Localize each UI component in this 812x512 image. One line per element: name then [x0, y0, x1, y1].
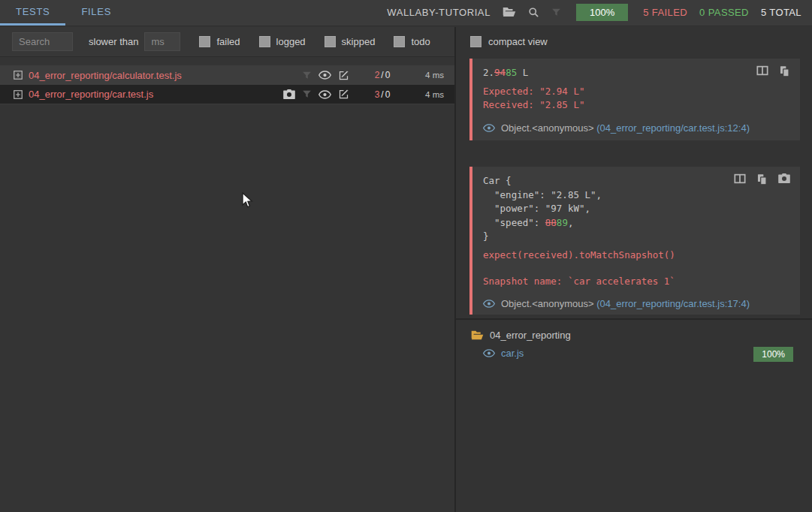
count-separator: /	[381, 70, 383, 80]
coverage-folder-row[interactable]: 04_error_reporting	[471, 330, 571, 341]
coverage-file-row[interactable]: car.js	[483, 348, 524, 359]
edit-icon[interactable]	[338, 89, 349, 100]
expand-icon[interactable]	[13, 89, 23, 100]
speed-suffix: ,	[568, 217, 574, 228]
count-separator: /	[381, 89, 383, 100]
card-actions	[734, 173, 790, 185]
copy-icon[interactable]	[779, 65, 790, 77]
passed-count: 0	[385, 89, 391, 100]
todo-checkbox-label: todo	[411, 36, 430, 47]
eye-icon[interactable]	[483, 124, 495, 132]
stack-prefix: Object.<anonymous>	[501, 298, 594, 309]
compact-view-control: compact view	[470, 36, 548, 47]
test-duration: 4 ms	[408, 71, 444, 80]
search-input[interactable]	[12, 32, 73, 51]
passed-stat: 0 PASSED	[699, 7, 749, 18]
coverage-badge: 100%	[576, 4, 628, 21]
tab-files[interactable]: FILES	[65, 0, 127, 26]
snapshot-code-line: "engine": "2.85 L",	[483, 188, 789, 203]
failed-stat: 5 FAILED	[643, 7, 687, 18]
filter-icon[interactable]	[302, 71, 312, 80]
split-view-icon[interactable]	[734, 173, 746, 185]
filter-logged: logged	[259, 36, 306, 47]
file-coverage-badge: 100%	[753, 347, 793, 362]
skipped-checkbox[interactable]	[324, 36, 336, 47]
eye-icon[interactable]	[318, 90, 331, 99]
ms-input[interactable]	[144, 32, 180, 51]
edit-icon[interactable]	[338, 70, 349, 81]
test-duration: 4 ms	[408, 90, 444, 99]
eye-icon[interactable]	[318, 71, 331, 80]
filter-icon[interactable]	[302, 89, 312, 99]
eye-icon[interactable]	[483, 349, 495, 357]
stack-frame: Object.<anonymous> (04_error_reporting/c…	[483, 298, 789, 309]
test-file-name[interactable]: 04_error_reporting/calculator.test.js	[29, 70, 276, 81]
filter-failed: failed	[199, 36, 240, 47]
test-row-car[interactable]: 04_error_reporting/car.test.js 3/0 4 ms	[0, 85, 454, 104]
project-name: WALLABY-TUTORIAL	[387, 7, 491, 18]
folder-name: 04_error_reporting	[490, 330, 571, 341]
mouse-cursor	[242, 192, 254, 212]
section-divider	[456, 318, 812, 320]
filter-icon[interactable]	[551, 8, 561, 17]
top-bar: TESTS FILES WALLABY-TUTORIAL 100% 5 FAIL…	[0, 0, 812, 26]
received-line: Received: "2.85 L"	[483, 98, 789, 113]
failed-checkbox-label: failed	[216, 36, 240, 47]
compact-view-checkbox[interactable]	[470, 36, 481, 47]
tab-tests[interactable]: TESTS	[0, 0, 65, 26]
topbar-status-cluster: WALLABY-TUTORIAL 100% 5 FAILED 0 PASSED …	[387, 0, 801, 24]
stack-prefix: Object.<anonymous>	[501, 122, 594, 134]
eye-icon[interactable]	[483, 300, 495, 308]
diff-prefix: 2.	[483, 67, 494, 78]
slower-than-label: slower than	[89, 36, 138, 47]
stack-frame-text: Object.<anonymous> (04_error_reporting/c…	[501, 298, 750, 309]
test-counts: 2/0	[360, 70, 405, 80]
split-view-icon[interactable]	[756, 65, 768, 77]
camera-icon[interactable]	[778, 173, 790, 185]
wallaby-app-window: TESTS FILES WALLABY-TUTORIAL 100% 5 FAIL…	[0, 0, 812, 512]
passed-count: 0	[385, 70, 391, 80]
filter-bar: slower than failed logged skipped todo	[0, 27, 454, 57]
search-icon[interactable]	[528, 7, 539, 18]
card-actions	[756, 65, 790, 77]
snapshot-diff-line: "speed": 8889,	[483, 216, 789, 230]
failed-count: 2	[375, 70, 380, 80]
filter-todo: todo	[394, 36, 430, 47]
copy-icon[interactable]	[756, 173, 768, 185]
expected-line: Expected: "2.94 L"	[483, 85, 789, 99]
diff-suffix: L	[517, 67, 528, 78]
snapshot-name-line: Snapshot name: `car accelerates 1`	[483, 275, 789, 289]
logged-checkbox[interactable]	[259, 36, 270, 47]
speed-removed: 88	[545, 217, 557, 228]
folder-icon[interactable]	[503, 7, 516, 17]
expand-icon[interactable]	[13, 70, 23, 80]
file-name-link[interactable]: car.js	[501, 348, 524, 359]
tab-tests-label: TESTS	[16, 6, 50, 17]
speed-prefix: "speed":	[483, 217, 545, 228]
details-panel: compact view 2.9485 L Expected: "2.94 L"…	[456, 27, 812, 512]
test-counts: 3/0	[360, 89, 405, 100]
stack-location-link[interactable]: (04_error_reporting/car.test.js:12:4)	[596, 122, 750, 134]
filter-skipped: skipped	[324, 36, 376, 47]
folder-open-icon	[471, 330, 484, 340]
error-card-snapshot: Car { "engine": "2.85 L", "power": "97 k…	[469, 167, 800, 315]
compact-view-label: compact view	[488, 36, 548, 47]
stack-location-link[interactable]: (04_error_reporting/car.test.js:17:4)	[596, 298, 750, 309]
logged-checkbox-label: logged	[276, 36, 306, 47]
camera-icon[interactable]	[283, 89, 295, 99]
tests-panel: slower than failed logged skipped todo	[0, 27, 454, 512]
error-card-diff: 2.9485 L Expected: "2.94 L" Received: "2…	[469, 59, 800, 140]
todo-checkbox[interactable]	[394, 36, 405, 47]
failed-checkbox[interactable]	[199, 36, 210, 47]
stack-frame-text: Object.<anonymous> (04_error_reporting/c…	[501, 122, 750, 134]
diff-line: 2.9485 L	[483, 66, 789, 80]
test-file-list: 04_error_reporting/calculator.test.js 2/…	[0, 65, 454, 104]
expect-call-line: expect(received).toMatchSnapshot()	[483, 248, 789, 263]
tab-files-label: FILES	[81, 6, 111, 17]
test-file-name[interactable]: 04_error_reporting/car.test.js	[29, 89, 276, 100]
diff-added: 85	[506, 67, 517, 78]
main-tabs: TESTS FILES	[0, 0, 127, 26]
speed-added: 89	[557, 217, 568, 228]
test-row-calculator[interactable]: 04_error_reporting/calculator.test.js 2/…	[0, 65, 454, 85]
snapshot-code-line: }	[483, 230, 789, 244]
